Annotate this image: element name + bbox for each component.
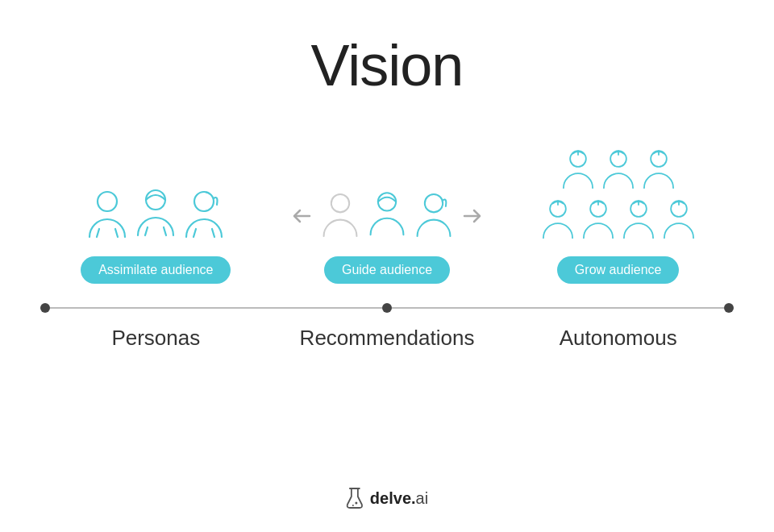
svg-point-30: [352, 505, 354, 506]
flask-icon: [346, 487, 364, 509]
label-autonomous: Autonomous: [502, 326, 734, 351]
svg-line-8: [212, 229, 214, 237]
svg-line-5: [164, 227, 166, 235]
column-labels: Personas Recommendations Autonomous: [40, 326, 734, 351]
timeline: [40, 303, 734, 313]
label-recommendations: Recommendations: [272, 326, 503, 351]
svg-point-11: [378, 193, 396, 210]
persons-row-personas: [85, 187, 227, 243]
footer: delve.ai: [346, 487, 428, 509]
timeline-line-1: [50, 307, 382, 309]
footer-brand-text: delve.ai: [370, 489, 428, 508]
column-autonomous: Grow audience: [502, 131, 734, 300]
svg-line-1: [97, 229, 99, 237]
footer-brand-accent: ai: [416, 489, 429, 507]
svg-point-29: [355, 502, 357, 505]
svg-point-0: [98, 192, 117, 211]
svg-line-7: [194, 229, 196, 237]
persons-bottom-row: [539, 197, 697, 243]
footer-brand-name: delve.: [370, 489, 416, 507]
persons-top-row: [560, 147, 677, 193]
svg-point-12: [425, 194, 443, 212]
icon-recommendations: [290, 131, 484, 243]
timeline-dot-1: [40, 303, 50, 313]
column-personas: Assimilate audience: [40, 131, 272, 300]
timeline-dot-3: [724, 303, 734, 313]
badge-personas: Assimilate audience: [81, 256, 231, 284]
main-content: Assimilate audience: [40, 131, 734, 300]
svg-point-6: [194, 192, 214, 211]
label-personas: Personas: [40, 326, 272, 351]
timeline-dot-2: [382, 303, 392, 313]
persons-grid-autonomous: [539, 147, 697, 243]
arrow-group: [290, 189, 484, 243]
icon-autonomous: [539, 131, 697, 243]
icon-personas: [85, 131, 227, 243]
svg-line-4: [145, 227, 148, 235]
timeline-line-2: [392, 307, 724, 309]
badge-recommendations: Guide audience: [324, 256, 450, 284]
svg-point-10: [331, 194, 349, 212]
svg-line-2: [115, 229, 118, 237]
badge-autonomous: Grow audience: [557, 256, 680, 284]
page-title: Vision: [311, 32, 464, 98]
svg-point-3: [146, 190, 165, 210]
column-recommendations: Guide audience: [272, 131, 503, 300]
